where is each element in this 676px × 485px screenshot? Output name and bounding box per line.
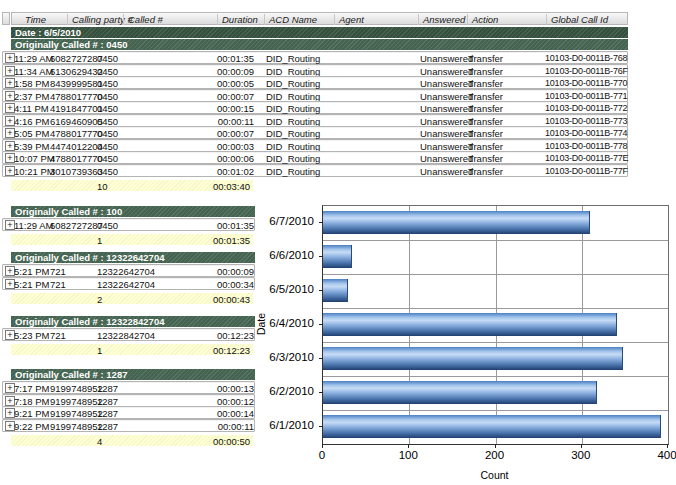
cell-global_id: 10103-D0-0011B-770 [545,78,629,88]
cell-called: 12322842704 [97,330,214,341]
section-header: Originally Called # : 12322842704 [11,316,255,327]
cell-time: 7:18 PM [14,396,50,407]
cell-answered: Unanswered [420,166,466,177]
table-row: +9:22 PM9199748952128700:00:11 [2,419,255,432]
cell-time: 5:21 PM [14,279,50,290]
cell-acd: DID_Routing [266,78,332,89]
summary-count: 1 [97,345,102,356]
cell-duration: 00:12:23 [215,330,254,341]
gridline [323,274,668,275]
summary-count: 1 [97,235,102,246]
cell-answered: Unanswered [420,128,466,139]
cell-calling: 9199748952 [50,396,96,407]
x-axis-tick [667,444,668,448]
cell-called: 12322642704 [97,279,214,290]
cell-time: 7:17 PM [14,383,50,394]
cell-acd: DID_Routing [266,53,332,64]
table-row: +7:17 PM9199748952128700:00:13 [2,381,255,394]
summary-duration: 00:00:43 [213,294,250,305]
category-label: 6/1/2010 [250,419,314,432]
summary-duration: 00:00:50 [213,436,250,447]
cell-action: Transfer [468,53,543,64]
cell-action: Transfer [468,103,543,114]
cell-global_id: 10103-D0-0011B-76F [545,66,629,76]
cell-global_id: 10103-D0-0011B-778 [545,141,629,151]
cell-answered: Unanswered [420,116,466,127]
cell-acd: DID_Routing [266,116,332,127]
chart-bar [323,415,661,438]
report-page: TimeCalling party #Called #DurationACD N… [0,0,676,485]
x-axis-tick [322,444,323,448]
cell-calling: 6082727287 [50,220,96,231]
cell-action: Transfer [468,78,543,89]
category-label: 6/6/2010 [250,249,314,262]
summary-count: 4 [97,436,102,447]
cell-action: Transfer [468,116,543,127]
cell-action: Transfer [468,153,543,164]
y-axis-tick [319,324,323,325]
x-axis-tick [408,444,409,448]
cell-answered: Unanswered [420,53,466,64]
category-label: 6/3/2010 [250,351,314,364]
bar-chart: Count Date 01002003004006/7/20106/6/2010… [250,198,676,485]
cell-answered: Unanswered [420,103,466,114]
cell-called: 1287 [97,408,214,419]
cell-action: Transfer [468,128,543,139]
cell-calling: 9199748952 [50,383,96,394]
group-summary-row: 100:01:35 [11,234,253,245]
cell-answered: Unanswered [420,153,466,164]
cell-calling: 9199748952 [50,421,96,432]
group-summary-row: 200:00:43 [11,293,253,304]
cell-global_id: 10103-D0-0011B-77E [545,153,629,163]
cell-time: 9:21 PM [14,408,50,419]
cell-action: Transfer [468,66,543,77]
table-row: +7:18 PM9199748952128700:00:12 [2,394,255,407]
cell-duration: 00:00:12 [215,396,254,407]
cell-time: 11:29 AM [14,220,50,231]
column-header-global_id: Global Call Id [546,14,608,25]
summary-duration: 00:12:23 [213,345,250,356]
cell-calling: 721 [50,279,96,290]
table-row: +5:21 PM7211232264270400:00:09 [2,264,255,277]
section-header: Originally Called # : 100 [11,206,255,217]
cell-time: 5:21 PM [14,266,50,277]
cell-action: Transfer [468,91,543,102]
cell-called: 0450 [97,220,214,231]
y-axis-tick [319,222,323,223]
cell-global_id: 10103-D0-0011B-77F [545,166,629,176]
summary-count: 2 [97,294,102,305]
cell-duration: 00:00:09 [215,266,254,277]
cell-called: 1287 [97,383,214,394]
cell-global_id: 10103-D0-0011B-774 [545,128,629,138]
cell-acd: DID_Routing [266,153,332,164]
x-tick-label: 400 [647,449,676,461]
chart-bar [323,313,617,336]
y-axis-tick [319,392,323,393]
cell-calling: 721 [50,330,96,341]
cell-global_id: 10103-D0-0011B-772 [545,103,629,113]
x-axis-label: Count [322,469,667,481]
cell-action: Transfer [468,166,543,177]
column-header-action: Action [467,14,498,25]
plot-area [322,205,669,445]
cell-acd: DID_Routing [266,91,332,102]
cell-duration: 00:00:34 [215,279,254,290]
cell-acd: DID_Routing [266,128,332,139]
cell-acd: DID_Routing [266,141,332,152]
chart-bar [323,245,352,268]
y-axis-tick [319,290,323,291]
cell-global_id: 10103-D0-0011B-771 [545,91,629,101]
cell-answered: Unanswered [420,91,466,102]
cell-answered: Unanswered [420,66,466,77]
category-label: 6/7/2010 [250,215,314,228]
chart-bar [323,279,348,302]
cell-duration: 00:00:14 [215,408,254,419]
x-tick-label: 300 [561,449,601,461]
table-row: +9:21 PM9199748952128700:00:14 [2,406,255,419]
gridline [323,240,668,241]
cell-duration: 00:01:35 [215,220,254,231]
category-label: 6/5/2010 [250,283,314,296]
x-tick-label: 100 [388,449,428,461]
table-row: +5:23 PM7211232284270400:12:23 [2,328,255,341]
cell-global_id: 10103-D0-0011B-768 [545,53,629,63]
